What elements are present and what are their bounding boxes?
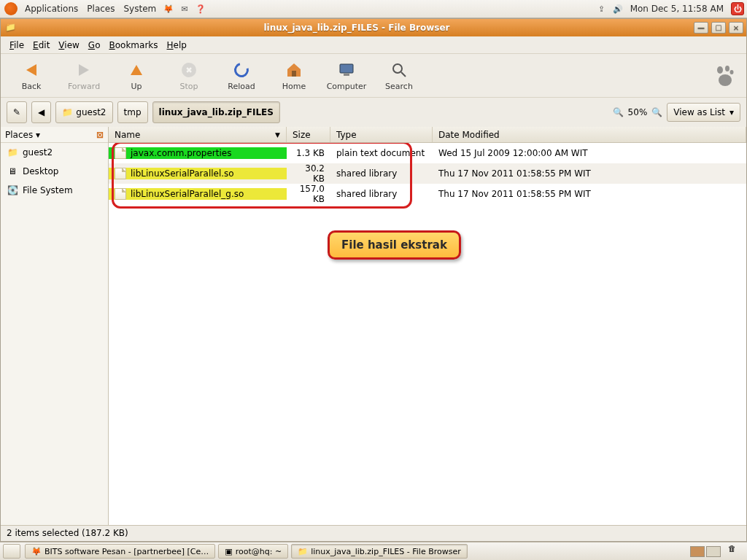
file-size: 157.0 KB [287,184,330,204]
sidebar-close-button[interactable]: ⊠ [96,130,104,140]
column-headers: Name▼ Size Type Date Modified [109,127,746,143]
menu-help[interactable]: Help [163,38,191,52]
menu-bookmarks[interactable]: Bookmarks [104,38,162,52]
window-minimize-button[interactable]: — [694,22,708,34]
up-button[interactable]: Up [110,55,163,96]
arrow-right-icon [79,64,89,76]
window-titlebar[interactable]: 📁 linux_java_lib.zip_FILES - File Browse… [1,19,746,36]
menu-go[interactable]: Go [84,38,105,52]
taskbar-item-filebrowser[interactable]: 📁 linux_java_lib.zip_FILES - File Browse… [291,544,468,559]
file-list-pane: Name▼ Size Type Date Modified javax.comm… [109,127,746,525]
sidebar-item-guest2[interactable]: 📁 guest2 [1,143,108,162]
file-type: plain text document [330,148,433,158]
arrow-up-icon [131,65,142,75]
column-header-name[interactable]: Name▼ [109,127,287,142]
menu-view[interactable]: View [54,38,83,52]
back-button[interactable]: Back [5,55,58,96]
home-folder-icon: 📁 [7,147,18,158]
workspace-switcher[interactable] [690,546,721,557]
taskbar-item-terminal[interactable]: ▣ root@hq: ~ [218,544,288,559]
zoom-out-button[interactable]: 🔍 [613,107,624,117]
sidebar-item-filesystem[interactable]: 💽 File System [1,181,108,200]
help-launcher-icon[interactable]: ❓ [195,3,206,15]
ubuntu-logo-icon [4,2,18,15]
file-name: javax.comm.properties [131,148,231,158]
window-title: linux_java_lib.zip_FILES - File Browser [21,23,692,33]
computer-button[interactable]: Computer [320,55,373,96]
applications-menu[interactable]: Applications [20,4,82,14]
file-size: 30.2 KB [287,163,330,184]
file-list[interactable]: javax.comm.properties1.3 KBplain text do… [109,143,746,525]
search-button[interactable]: Search [373,55,425,96]
breadcrumb-guest2[interactable]: 📁 guest2 [55,101,112,123]
view-mode-selector[interactable]: View as List ▾ [667,103,740,122]
file-name: libLinuxSerialParallel.so [131,168,234,179]
mail-launcher-icon[interactable]: ✉ [179,3,190,15]
taskbar-item-firefox[interactable]: 🦊 BITS software Pesan - [partnerbee] [Ce… [25,544,215,559]
task-label: linux_java_lib.zip_FILES - File Browser [311,547,461,556]
path-history-button[interactable]: ◀ [31,101,51,123]
places-menu[interactable]: Places [82,4,119,14]
file-icon [115,168,126,179]
update-indicator-icon[interactable]: ⇪ [596,3,608,15]
sort-indicator-icon: ▼ [275,131,280,139]
location-bar: ✎ ◀ 📁 guest2 tmp linux_java_lib.zip_FILE… [1,98,746,127]
search-icon [390,60,408,80]
stop-icon: ✖ [182,63,196,77]
window-maximize-button[interactable]: ☐ [711,22,726,34]
file-size: 1.3 KB [287,148,330,158]
breadcrumb-current[interactable]: linux_java_lib.zip_FILES [152,101,280,123]
sidebar-item-label: guest2 [23,147,53,158]
file-name: libLinuxSerialParallel_g.so [131,189,244,199]
svg-rect-1 [340,64,353,73]
sidebar-item-desktop[interactable]: 🖥 Desktop [1,162,108,181]
file-row[interactable]: libLinuxSerialParallel_g.so157.0 KBshare… [109,184,746,204]
sidebar-title: Places ▾ [5,130,40,140]
file-date: Wed 15 Jul 2009 12:00:00 AM WIT [433,148,746,158]
volume-indicator-icon[interactable]: 🔊 [612,3,624,15]
sidebar-item-label: Desktop [23,166,59,176]
window-close-button[interactable]: ✕ [729,22,743,34]
workspace-2[interactable] [706,546,721,557]
column-header-type[interactable]: Type [330,127,433,142]
arrow-left-icon [26,64,36,76]
column-header-date[interactable]: Date Modified [433,127,746,142]
workspace-1[interactable] [690,546,705,557]
clock[interactable]: Mon Dec 5, 11:58 AM [626,4,728,14]
file-row[interactable]: libLinuxSerialParallel.so30.2 KBshared l… [109,163,746,184]
task-label: root@hq: ~ [236,547,282,556]
file-type: shared library [330,168,433,179]
menu-file[interactable]: File [5,38,28,52]
menubar: File Edit View Go Bookmarks Help [1,36,746,54]
main-toolbar: Back Forward Up ✖ Stop Reload Home Compu… [1,54,746,98]
home-icon [285,60,303,80]
show-desktop-button[interactable] [3,544,20,559]
gnome-bottom-panel: 🦊 BITS software Pesan - [partnerbee] [Ce… [0,542,747,560]
file-type: shared library [330,189,433,199]
zoom-in-button[interactable]: 🔍 [651,107,662,117]
svg-point-5 [717,66,723,74]
shutdown-button[interactable]: ⏻ [731,2,744,15]
firefox-launcher-icon[interactable]: 🦊 [163,3,174,15]
drive-icon: 💽 [7,184,18,196]
computer-icon [338,60,355,80]
trash-icon[interactable]: 🗑 [728,544,743,559]
menu-edit[interactable]: Edit [28,38,54,52]
reload-button[interactable]: Reload [215,55,268,96]
svg-point-3 [393,64,402,73]
file-browser-window: 📁 linux_java_lib.zip_FILES - File Browse… [0,18,747,542]
places-sidebar: Places ▾ ⊠ 📁 guest2 🖥 Desktop 💽 File Sys… [1,127,109,525]
edit-path-button[interactable]: ✎ [7,101,27,123]
stop-button: ✖ Stop [163,55,215,96]
system-menu[interactable]: System [119,4,160,14]
gnome-foot-icon [713,64,736,88]
file-row[interactable]: javax.comm.properties1.3 KBplain text do… [109,143,746,163]
file-date: Thu 17 Nov 2011 01:58:55 PM WIT [433,189,746,199]
column-header-size[interactable]: Size [287,127,330,142]
home-button[interactable]: Home [268,55,320,96]
zoom-level: 50% [628,107,648,117]
breadcrumb-tmp[interactable]: tmp [117,101,148,123]
svg-rect-0 [292,71,296,77]
chevron-down-icon: ▾ [729,107,734,117]
window-icon: 📁 [5,22,17,34]
